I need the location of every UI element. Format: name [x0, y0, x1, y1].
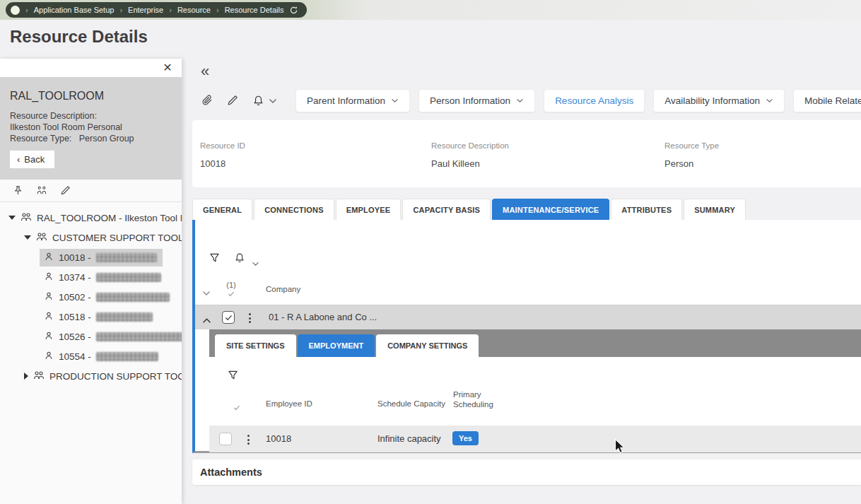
field-label: Resource ID [200, 141, 245, 150]
tree-node-person-10554[interactable]: 10554 - [0, 346, 182, 366]
resource-description-value: Ilkeston Tool Room Personal [10, 122, 172, 134]
company-detail-panel: SITE SETTINGS EMPLOYMENT COMPANY SETTING… [209, 329, 861, 452]
mobile-related-info-button[interactable]: Mobile Related Info [793, 89, 861, 112]
field-label: Resource Type [664, 141, 719, 150]
collapse-row-chevron-icon[interactable] [202, 314, 211, 327]
availability-information-button[interactable]: Availability Information [653, 89, 785, 112]
resource-analysis-button[interactable]: Resource Analysis [544, 89, 645, 112]
caret-expanded-icon[interactable] [24, 235, 31, 240]
breadcrumb-bar: › Application Base Setup › Enterprise › … [0, 0, 861, 20]
collapse-panel-icon[interactable]: « [201, 62, 209, 81]
breadcrumb-item-resource[interactable]: Resource [177, 6, 211, 14]
structure-icon[interactable] [36, 185, 47, 196]
button-label: Mobile Related Info [804, 95, 861, 106]
person-id: 10526 - [59, 332, 91, 342]
tree-node-person-10374[interactable]: 10374 - [0, 267, 182, 287]
tab-connections[interactable]: CONNECTIONS [254, 199, 334, 220]
column-header-primary-scheduling[interactable]: Primary Scheduling [453, 389, 498, 410]
tree-node-person-10526[interactable]: 10526 - [0, 327, 182, 346]
selected-tree-item[interactable]: 10018 - [40, 249, 163, 266]
edit-icon[interactable] [60, 185, 71, 196]
caret-collapsed-icon[interactable] [24, 373, 28, 380]
filter-icon[interactable] [209, 252, 220, 266]
page-title: Resource Details [10, 27, 148, 47]
tree-node-customer-support[interactable]: CUSTOMER SUPPORT TOOLING W [0, 228, 182, 247]
tree-item[interactable]: 10518 - [40, 308, 158, 326]
resource-type-value: Person Group [79, 134, 134, 143]
person-id: 10554 - [59, 351, 91, 362]
person-group-icon [20, 212, 32, 224]
filter-icon[interactable] [228, 370, 238, 384]
check-icon [228, 291, 235, 297]
person-information-button[interactable]: Person Information [418, 89, 535, 112]
column-header-employee-id[interactable]: Employee ID [266, 399, 312, 408]
resource-tree: RAL_TOOLROOM - Ilkeston Tool Room CUSTOM… [0, 202, 182, 386]
tree-item[interactable]: 10502 - [40, 288, 175, 306]
panel-header: ✕ [0, 59, 182, 77]
refresh-icon[interactable] [289, 6, 298, 15]
bell-dropdown-chevron-icon[interactable] [269, 94, 277, 107]
employee-row[interactable]: 10018 Infinite capacity Yes [209, 426, 861, 452]
tab-summary[interactable]: SUMMARY [684, 199, 746, 220]
tab-maintenance-service[interactable]: MAINTENANCE/SERVICE [492, 199, 609, 220]
field-label: Resource Description [431, 141, 509, 150]
tree-node-person-10518[interactable]: 10518 - [0, 307, 182, 327]
select-all-check-icon[interactable] [233, 401, 240, 414]
tree-node-person-10502[interactable]: 10502 - [0, 287, 182, 307]
tab-site-settings[interactable]: SITE SETTINGS [215, 334, 296, 357]
detail-tabs: GENERAL CONNECTIONS EMPLOYEE CAPACITY BA… [192, 199, 746, 220]
tree-item[interactable]: 10374 - [40, 269, 167, 286]
field-value: 10018 [200, 158, 245, 169]
person-icon [44, 311, 54, 323]
notification-bell-icon[interactable] [253, 95, 264, 107]
chevron-down-icon [391, 98, 399, 103]
collapse-all-chevron-icon[interactable] [202, 286, 211, 299]
tab-capacity-basis[interactable]: CAPACITY BASIS [402, 199, 491, 220]
attachment-icon[interactable] [201, 95, 213, 107]
breadcrumb-item-enterprise[interactable]: Enterprise [128, 6, 163, 14]
close-icon[interactable]: ✕ [160, 60, 175, 74]
breadcrumb-item-resource-details[interactable]: Resource Details [225, 6, 284, 14]
column-header-company[interactable]: Company [266, 285, 300, 293]
field-value: Person [664, 158, 719, 169]
person-icon [44, 351, 54, 363]
tree-node-root[interactable]: RAL_TOOLROOM - Ilkeston Tool Room [0, 208, 182, 228]
caret-expanded-icon[interactable] [8, 216, 16, 220]
edit-icon[interactable] [227, 95, 238, 106]
row-menu-kebab-icon[interactable] [247, 435, 250, 445]
button-label: Person Information [430, 95, 510, 106]
row-checkbox-unchecked[interactable] [219, 433, 232, 445]
attachments-section[interactable]: Attachments [192, 459, 861, 485]
person-id: 10502 - [59, 292, 91, 303]
resource-card-title: RAL_TOOLROOM [10, 90, 172, 102]
mouse-cursor [614, 438, 627, 458]
tree-node-person-10018[interactable]: 10018 - [0, 247, 182, 267]
check-icon [225, 315, 233, 321]
breadcrumb-item-app-base-setup[interactable]: Application Base Setup [34, 6, 115, 14]
column-header-schedule-capacity[interactable]: Schedule Capacity [377, 399, 445, 408]
back-button[interactable]: ‹ Back [10, 151, 54, 168]
tab-employee[interactable]: EMPLOYEE [336, 199, 402, 220]
resource-description-label: Resource Description: [10, 111, 172, 122]
tree-item[interactable]: 10554 - [40, 348, 164, 365]
bell-dropdown-chevron-icon[interactable] [252, 257, 259, 269]
notification-bell-icon[interactable] [235, 252, 245, 266]
tab-company-settings[interactable]: COMPANY SETTINGS [376, 334, 479, 357]
session-indicator-icon[interactable] [11, 6, 20, 15]
person-id: 10374 - [59, 272, 91, 283]
field-resource-type: Resource Type Person [664, 141, 719, 169]
tree-item[interactable]: 10526 - [40, 328, 182, 346]
row-checkbox-checked[interactable] [222, 311, 235, 324]
selection-count-value: (1) [226, 281, 235, 289]
company-row[interactable]: 01 - R A Labone and Co ... [195, 305, 861, 329]
button-label: Parent Information [307, 95, 385, 106]
row-menu-kebab-icon[interactable] [249, 313, 252, 323]
tab-employment[interactable]: EMPLOYMENT [298, 334, 375, 357]
tab-attributes[interactable]: ATTRIBUTES [611, 199, 682, 220]
breadcrumb-separator: › [169, 6, 172, 14]
pin-icon[interactable] [13, 185, 23, 196]
parent-information-button[interactable]: Parent Information [295, 89, 410, 112]
tree-node-label: PRODUCTION SUPPORT TOOLING [49, 371, 182, 382]
tab-general[interactable]: GENERAL [192, 199, 252, 220]
tree-node-production-support[interactable]: PRODUCTION SUPPORT TOOLING [0, 366, 182, 386]
